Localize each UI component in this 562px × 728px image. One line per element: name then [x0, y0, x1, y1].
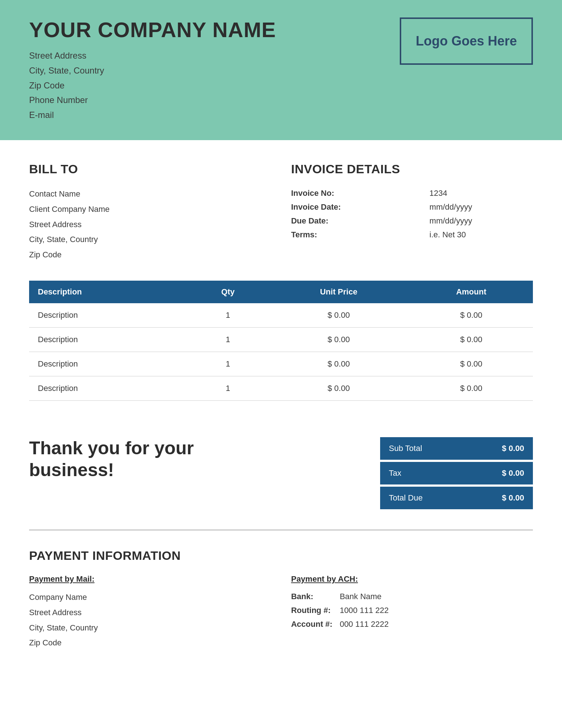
terms-row: Terms: i.e. Net 30	[291, 228, 533, 242]
routing-row: Routing #: 1000 111 222	[291, 604, 388, 617]
item-amount-2: $ 0.00	[410, 352, 533, 376]
table-row: Description 1 $ 0.00 $ 0.00	[29, 376, 533, 400]
item-unit-price-0: $ 0.00	[268, 303, 410, 328]
company-name: YOUR COMPANY NAME	[29, 17, 276, 42]
item-qty-1: 1	[188, 327, 268, 352]
totals-section: Thank you for your business! Sub Total $…	[0, 419, 562, 530]
tax-value: $ 0.00	[502, 468, 524, 478]
mail-company: Company Name	[29, 590, 271, 605]
payment-title: PAYMENT INFORMATION	[29, 549, 533, 563]
company-details: Street Address City, State, Country Zip …	[29, 48, 276, 123]
subtotal-row: Sub Total $ 0.00	[380, 437, 533, 460]
tax-row: Tax $ 0.00	[380, 462, 533, 484]
terms-value: i.e. Net 30	[430, 228, 533, 242]
due-date-row: Due Date: mm/dd/yyyy	[291, 214, 533, 228]
item-qty-2: 1	[188, 352, 268, 376]
bill-to-details: Contact Name Client Company Name Street …	[29, 186, 271, 262]
table-row: Description 1 $ 0.00 $ 0.00	[29, 352, 533, 376]
payment-mail-details: Company Name Street Address City, State,…	[29, 590, 271, 650]
payment-ach-title: Payment by ACH:	[291, 574, 533, 584]
payment-ach-col: Payment by ACH: Bank: Bank Name Routing …	[291, 574, 533, 650]
item-unit-price-3: $ 0.00	[268, 376, 410, 400]
routing-value: 1000 111 222	[340, 604, 389, 617]
item-unit-price-2: $ 0.00	[268, 352, 410, 376]
invoice-no-row: Invoice No: 1234	[291, 186, 533, 200]
invoice-details-title: INVOICE DETAILS	[291, 162, 533, 176]
invoice-no-label: Invoice No:	[291, 186, 429, 200]
payment-mail-title: Payment by Mail:	[29, 574, 271, 584]
bank-label: Bank:	[291, 590, 340, 604]
invoice-date-label: Invoice Date:	[291, 200, 429, 214]
bill-city: City, State, Country	[29, 232, 271, 247]
invoice-date-value: mm/dd/yyyy	[430, 200, 533, 214]
item-qty-0: 1	[188, 303, 268, 328]
bill-to: BILL TO Contact Name Client Company Name…	[29, 162, 271, 262]
routing-label: Routing #:	[291, 604, 340, 617]
header-section: YOUR COMPANY NAME Street Address City, S…	[0, 0, 562, 140]
due-date-value: mm/dd/yyyy	[430, 214, 533, 228]
item-unit-price-1: $ 0.00	[268, 327, 410, 352]
item-description-0: Description	[29, 303, 188, 328]
item-description-1: Description	[29, 327, 188, 352]
items-table: Description Qty Unit Price Amount Descri…	[29, 281, 533, 401]
item-amount-0: $ 0.00	[410, 303, 533, 328]
item-amount-1: $ 0.00	[410, 327, 533, 352]
table-row: Description 1 $ 0.00 $ 0.00	[29, 303, 533, 328]
mail-city: City, State, Country	[29, 620, 271, 636]
thank-you-text: Thank you for your business!	[29, 437, 204, 481]
mail-zip: Zip Code	[29, 635, 271, 650]
bank-row: Bank: Bank Name	[291, 590, 388, 604]
bill-zip: Zip Code	[29, 247, 271, 262]
company-email: E-mail	[29, 108, 276, 123]
item-description-3: Description	[29, 376, 188, 400]
invoice-details: INVOICE DETAILS Invoice No: 1234 Invoice…	[291, 162, 533, 262]
totals-table: Sub Total $ 0.00 Tax $ 0.00 Total Due $ …	[380, 437, 533, 511]
table-header-row: Description Qty Unit Price Amount	[29, 281, 533, 303]
billing-section: BILL TO Contact Name Client Company Name…	[0, 140, 562, 281]
account-row: Account #: 000 111 2222	[291, 617, 388, 631]
client-company: Client Company Name	[29, 202, 271, 217]
subtotal-label: Sub Total	[389, 444, 422, 453]
company-city: City, State, Country	[29, 63, 276, 78]
col-qty: Qty	[188, 281, 268, 303]
mail-address: Street Address	[29, 605, 271, 620]
terms-label: Terms:	[291, 228, 429, 242]
payment-ach-table: Bank: Bank Name Routing #: 1000 111 222 …	[291, 590, 388, 631]
col-description: Description	[29, 281, 188, 303]
account-label: Account #:	[291, 617, 340, 631]
company-street: Street Address	[29, 48, 276, 63]
item-amount-3: $ 0.00	[410, 376, 533, 400]
payment-mail-col: Payment by Mail: Company Name Street Add…	[29, 574, 271, 650]
company-phone: Phone Number	[29, 93, 276, 108]
item-qty-3: 1	[188, 376, 268, 400]
total-value: $ 0.00	[502, 493, 524, 503]
due-date-label: Due Date:	[291, 214, 429, 228]
contact-name: Contact Name	[29, 186, 271, 202]
bank-value: Bank Name	[340, 590, 389, 604]
logo-box: Logo Goes Here	[400, 17, 533, 65]
item-description-2: Description	[29, 352, 188, 376]
account-value: 000 111 2222	[340, 617, 389, 631]
tax-label: Tax	[389, 468, 401, 478]
table-row: Description 1 $ 0.00 $ 0.00	[29, 327, 533, 352]
company-zip: Zip Code	[29, 78, 276, 93]
invoice-details-table: Invoice No: 1234 Invoice Date: mm/dd/yyy…	[291, 186, 533, 242]
invoice-no-value: 1234	[430, 186, 533, 200]
total-row: Total Due $ 0.00	[380, 487, 533, 509]
items-section: Description Qty Unit Price Amount Descri…	[0, 281, 562, 419]
bill-to-title: BILL TO	[29, 162, 271, 176]
header-left: YOUR COMPANY NAME Street Address City, S…	[29, 17, 276, 123]
col-amount: Amount	[410, 281, 533, 303]
payment-section: PAYMENT INFORMATION Payment by Mail: Com…	[0, 530, 562, 672]
subtotal-value: $ 0.00	[502, 444, 524, 453]
total-label: Total Due	[389, 493, 423, 503]
payment-columns: Payment by Mail: Company Name Street Add…	[29, 574, 533, 650]
invoice-date-row: Invoice Date: mm/dd/yyyy	[291, 200, 533, 214]
col-unit-price: Unit Price	[268, 281, 410, 303]
bill-street: Street Address	[29, 217, 271, 232]
